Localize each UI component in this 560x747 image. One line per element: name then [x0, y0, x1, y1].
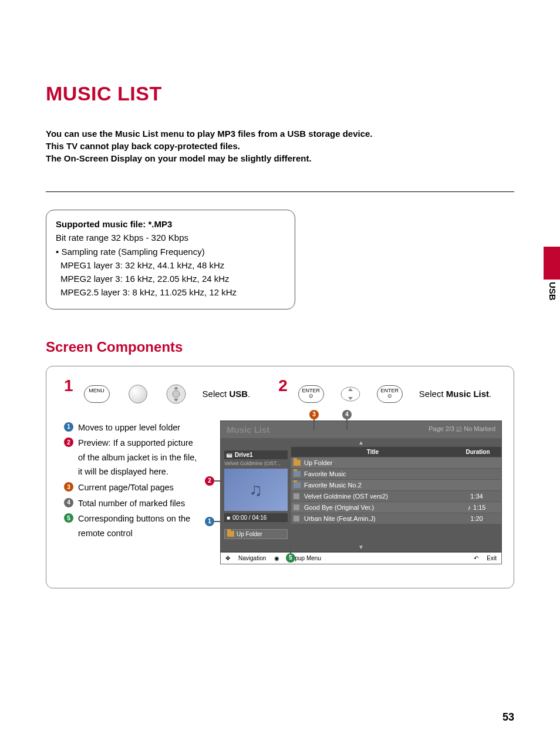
dpad-icon [340, 384, 360, 404]
playing-icon: ♪ [468, 504, 471, 511]
divider [46, 191, 514, 192]
step-number-1: 1 [64, 376, 73, 395]
page-title: MUSIC LIST [46, 82, 514, 105]
row-title: Favorite Music [301, 470, 454, 477]
enter-button: ENTER⊙ [377, 385, 403, 403]
checkbox-icon [294, 504, 299, 510]
legend: 1Moves to upper level folder 2Preview: I… [64, 420, 198, 542]
remote-circle-icon [129, 385, 147, 403]
supported-file-box: Supported music file: *.MP3 Bit rate ran… [46, 210, 295, 309]
scroll-up-icon: ▲ [221, 438, 501, 447]
svg-point-1 [173, 391, 180, 398]
intro-line: The On-Screen Display on your model may … [46, 153, 514, 163]
preview-subtitle: Velvet Goldmine (OST... [224, 459, 288, 467]
intro-block: You can use the Music List menu to play … [46, 129, 514, 163]
folder-up-icon [227, 531, 234, 537]
checkbox-icon [294, 493, 299, 499]
legend-text: Current page/Total pages [78, 480, 174, 495]
box-mpeg2: MPEG2 layer 3: 16 kHz, 22.05 kHz, 24 kHz [56, 272, 285, 285]
menu-button: MENU [84, 385, 110, 403]
screen-components-frame: 1 MENU Select USB. 2 ENTER⊙ ENTER⊙ Selec… [46, 366, 514, 588]
enter-dot-icon: ◉ [274, 555, 279, 561]
dpad-icon [166, 384, 186, 404]
album-preview: ♫ [224, 469, 288, 511]
column-duration: Duration [454, 447, 501, 457]
nav-icon: ✥ [225, 555, 230, 561]
row-duration: ♪1:15 [454, 504, 499, 511]
stop-icon: ■ [227, 514, 230, 521]
list-item[interactable]: Favorite Music [291, 468, 501, 479]
list-item[interactable]: Velvet Goldmine (OST vers2)1:34 [291, 490, 501, 502]
side-tab [544, 247, 560, 280]
list-item[interactable]: Up Folder [291, 457, 501, 468]
list-item[interactable]: Favorite Music No.2 [291, 479, 501, 490]
footer-exit: Exit [487, 555, 497, 561]
list-item[interactable]: Urban Nite (Feat.Amin.J)1:20 [291, 513, 501, 524]
callout-marker-4: 4 [342, 410, 352, 419]
footer-navigation: Navigation [238, 555, 266, 561]
row-title: Urban Nite (Feat.Amin.J) [301, 515, 454, 522]
drive-label: 🖴 Drive1 [224, 450, 288, 459]
folder-up-icon [294, 460, 301, 466]
page-number: 53 [502, 711, 514, 724]
box-heading: Supported music file: *.MP3 [56, 217, 285, 231]
legend-text: Corresponding buttons on the remote cont… [78, 512, 198, 540]
row-duration: 1:20 [454, 515, 499, 522]
checkbox-icon [294, 516, 299, 521]
enter-button: ENTER⊙ [298, 385, 324, 403]
side-label: USB [548, 282, 558, 301]
box-mpeg1: MPEG1 layer 3: 32 kHz, 44.1 kHz, 48 kHz [56, 258, 285, 272]
box-bullet: • Sampling rate (Sampling Frequency) [56, 245, 285, 258]
callout-1-icon: 1 [64, 422, 73, 432]
step-number-2: 2 [278, 376, 288, 395]
callout-5-icon: 5 [64, 513, 73, 523]
play-time: ■ 00:00 / 04:16 [224, 513, 288, 522]
callout-3-icon: 3 [64, 482, 73, 492]
up-folder-button[interactable]: Up Folder [224, 529, 288, 539]
callout-2-icon: 2 [64, 438, 73, 447]
callout-marker-2: 2 [205, 476, 214, 486]
row-title: Up Folder [301, 459, 454, 466]
callout-4-icon: 4 [64, 498, 73, 507]
row-title: Velvet Goldmine (OST vers2) [301, 493, 454, 500]
section-heading: Screen Components [46, 339, 514, 355]
tv-title: Music List [227, 425, 269, 435]
column-title: Title [291, 447, 454, 457]
intro-line: You can use the Music List menu to play … [46, 129, 514, 139]
legend-text: Total number of marked files [78, 496, 185, 511]
tv-screenshot: 3 4 2 1 5 Music List Page 2/3 ☑ No [208, 420, 502, 564]
step-1-text: Select USB. [203, 389, 251, 399]
row-title: Favorite Music No.2 [301, 482, 454, 489]
drive-icon: 🖴 [227, 452, 232, 458]
folder-icon [294, 482, 301, 488]
tv-marked-count: No Marked [464, 425, 495, 432]
callout-marker-5: 5 [286, 553, 295, 563]
row-title: Good Bye (Original Ver.) [301, 504, 454, 511]
intro-line: This TV cannot play back copy-protected … [46, 141, 514, 151]
box-bitrate: Bit rate range 32 Kbps - 320 Kbps [56, 231, 285, 244]
box-mpeg25: MPEG2.5 layer 3: 8 kHz, 11.025 kHz, 12 k… [56, 285, 285, 299]
callout-marker-3: 3 [309, 410, 319, 419]
legend-text: Preview: If a supported picture of the a… [78, 436, 198, 479]
step-2-text: Select Music List. [419, 389, 491, 399]
marked-check-icon: ☑ [456, 426, 462, 433]
scroll-down-icon: ▼ [221, 543, 501, 551]
list-item[interactable]: Good Bye (Original Ver.)♪1:15 [291, 502, 501, 513]
tv-page-indicator: Page 2/3 [429, 425, 454, 432]
folder-icon [294, 471, 301, 477]
row-duration: 1:34 [454, 493, 499, 500]
callout-marker-1: 1 [205, 517, 214, 526]
return-icon: ↶ [474, 555, 478, 561]
music-note-icon: ♫ [249, 480, 263, 500]
legend-text: Moves to upper level folder [78, 420, 180, 435]
